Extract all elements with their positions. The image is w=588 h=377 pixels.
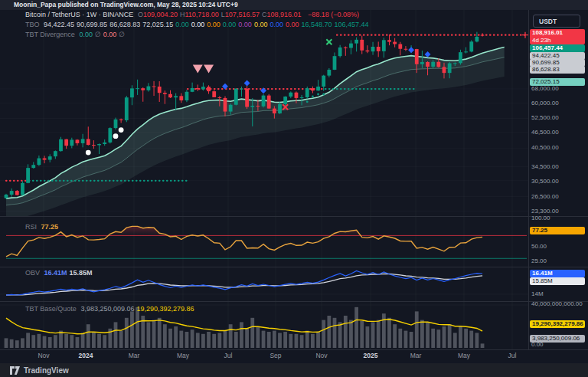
publisher-text: Moonin_Papa published on TradingView.com… (14, 1, 238, 8)
footer-bar: TradingView (0, 363, 588, 377)
tradingview-brand[interactable]: TradingView (24, 366, 69, 375)
tradingview-published-chart: Moonin_Papa published on TradingView.com… (0, 0, 588, 377)
chart-canvas[interactable] (0, 10, 588, 363)
publisher-bar: Moonin_Papa published on TradingView.com… (0, 0, 588, 10)
tradingview-logo-icon[interactable] (10, 366, 20, 375)
